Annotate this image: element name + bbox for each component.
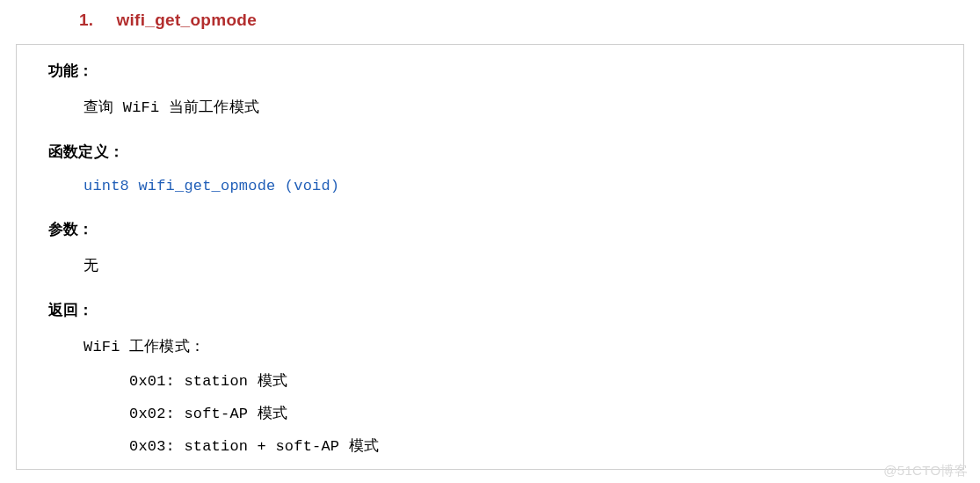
- text-params-body: 无: [83, 255, 944, 275]
- heading-title: wifi_get_opmode: [116, 11, 257, 29]
- text-return-intro: WiFi 工作模式：: [83, 336, 944, 356]
- label-function: 功能：: [48, 61, 944, 81]
- section-heading: 1.wifi_get_opmode: [0, 0, 980, 30]
- label-params: 参数：: [48, 219, 944, 239]
- text-return-item: 0x03: station + soft-AP 模式: [129, 435, 944, 456]
- text-return-item: 0x02: soft-AP 模式: [129, 403, 944, 423]
- text-definition-body: uint8 wifi_get_opmode (void): [83, 178, 944, 194]
- label-definition: 函数定义：: [48, 142, 944, 162]
- text-return-item: 0x01: station 模式: [129, 370, 944, 391]
- content-box: 功能： 查询 WiFi 当前工作模式 函数定义： uint8 wifi_get_…: [16, 44, 964, 470]
- heading-number: 1.: [79, 11, 93, 30]
- watermark: @51CTO博客: [883, 463, 968, 479]
- text-function-body: 查询 WiFi 当前工作模式: [83, 97, 944, 117]
- label-return: 返回：: [48, 300, 944, 320]
